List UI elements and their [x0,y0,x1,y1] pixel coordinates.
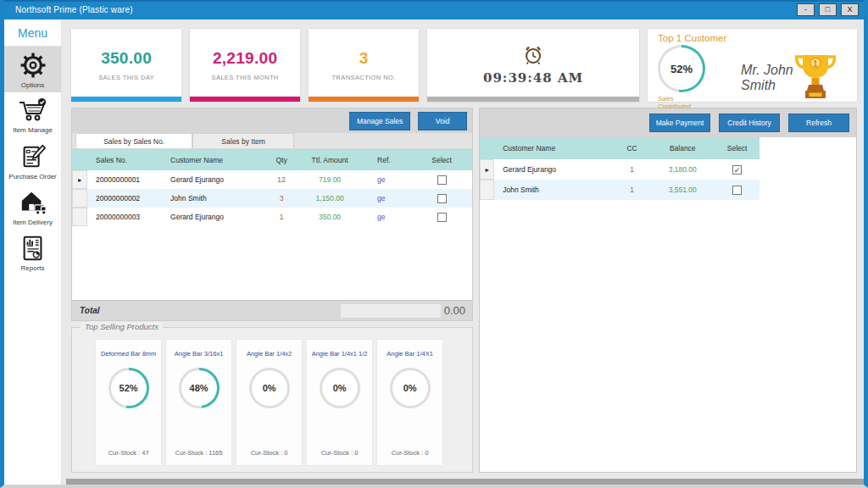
product-card: Angle Bar 1/4x2 0% Cur-Stock : 0 [236,340,302,465]
sales-row[interactable]: ► 20000000001 Gerard Ejurango 12 719.00 … [72,170,472,189]
sidebar-item-options[interactable]: Options [4,47,61,92]
row-selector[interactable] [72,189,87,208]
sidebar-item-label: Purchase Order [8,173,56,180]
sales-contributed-percent: 52% [660,47,703,90]
customer-panel: Make Payment Credit History Refresh Cust… [479,108,857,473]
row-selector[interactable]: ► [480,159,494,180]
row-selector[interactable] [480,180,494,200]
sidebar-item-label: Item Delivery [13,219,53,226]
cell-customer-name: Gerard Ejurango [494,165,614,174]
window-controls: - □ X [797,3,859,16]
customer-row[interactable]: ► Gerard Ejurango 1 3,180.00 ✓ [480,159,760,180]
product-stock: Cur-Stock : 0 [392,449,429,457]
gear-icon [19,51,47,80]
cell-ref-link[interactable]: ge [362,194,415,202]
product-percent: 0% [322,370,358,406]
maximize-button[interactable]: □ [819,3,837,16]
make-payment-button[interactable]: Make Payment [649,114,710,132]
alarm-clock-icon [523,45,543,69]
tab-sales-by-item[interactable]: Sales by Item [192,133,294,148]
cell-customer: Gerard Ejurango [165,213,265,221]
product-name: Angle Bar 1/4x2 [247,350,292,358]
product-percent: 48% [181,370,217,406]
cell-qty: 3 [265,194,298,202]
sales-day-value: 350.00 [101,49,152,68]
cell-balance: 3,180.00 [650,165,715,174]
row-checkbox[interactable] [732,186,742,195]
row-selector[interactable]: ► [72,170,87,189]
credit-history-button[interactable]: Credit History [719,114,780,132]
main-content: 350.00 SALES THIS DAY 2,219.00 SALES THI… [62,19,864,485]
product-name: Angle Bar 1/4x1 1/2 [312,350,368,358]
manage-sales-button[interactable]: Manage Sales [349,112,410,130]
customer-grid: Customer Name CC Balance Select ► Gerard… [480,137,760,200]
col-cc: CC [614,144,651,152]
cell-ref-link[interactable]: ge [362,175,415,184]
product-ring: 0% [249,368,290,408]
customer-grid-header: Customer Name CC Balance Select [480,137,760,159]
row-selector[interactable] [72,208,87,226]
menu-header: Menu [4,19,61,47]
total-bar: Total 0.00 [72,300,472,320]
cell-sales-no: 20000000001 [87,175,165,184]
minimize-button[interactable]: - [797,3,815,16]
tab-sales-by-sales-no[interactable]: Sales by Sales No. [75,133,192,148]
customer-row[interactable]: John Smith 1 3,551.00 [480,180,760,200]
stat-card-sales-day: 350.00 SALES THIS DAY [71,29,181,102]
sales-month-label: SALES THIS MONTH [211,74,278,81]
sales-month-value: 2,219.00 [213,49,277,68]
sidebar-item-label: Options [21,81,45,89]
top-customer-name: Mr. John Smith [741,63,794,93]
product-stock: Cur-Stock : 1165 [175,449,223,457]
sidebar-item-reports[interactable]: Reports [4,230,61,275]
col-select: Select [415,156,469,164]
col-qty: Qty [265,156,298,164]
sales-grid-header: Sales No. Customer Name Qty Ttl. Amount … [72,149,472,170]
top-selling-products-box: Top Selling Products Deformed Bar 8mm 52… [71,327,473,473]
sales-row[interactable]: 20000000002 John Smith 3 1,150.00 ge [72,189,472,208]
clock-card: 09:39:48 AM [427,29,639,102]
col-customer-name: Customer Name [494,144,614,152]
product-percent: 0% [252,370,287,406]
cell-ref-link[interactable]: ge [362,213,415,221]
accent-bar [190,97,300,102]
report-chart-icon [19,234,47,263]
product-name: Deformed Bar 8mm [101,350,156,358]
sidebar: Menu [4,19,62,485]
product-stock: Cur-Stock : 0 [321,449,359,457]
app-window: Northsoft Prime (Plastic ware) - □ X Men… [0,0,868,488]
cell-amount: 1,150.00 [298,194,362,202]
sales-contributed-ring: 52% [658,45,705,92]
cell-amount: 350.00 [298,213,362,221]
transactions-label: TRANSACTION NO. [332,74,396,81]
stat-card-transactions: 3 TRANSACTION NO. [309,29,419,102]
total-label: Total [80,306,100,315]
cell-customer-name: John Smith [494,186,614,194]
sidebar-item-item-delivery[interactable]: Item Delivery [4,184,61,230]
title-bar: Northsoft Prime (Plastic ware) - □ X [4,0,864,19]
sales-tabs: Sales by Sales No. Sales by Item [72,133,472,148]
sales-row[interactable]: 20000000003 Gerard Ejurango 1 350.00 ge [72,208,472,226]
refresh-button[interactable]: Refresh [788,114,849,132]
sales-grid: Sales No. Customer Name Qty Ttl. Amount … [72,148,472,300]
window-title: Northsoft Prime (Plastic ware) [15,5,133,14]
top-selling-legend: Top Selling Products [81,322,163,331]
row-checkbox[interactable] [437,175,447,185]
cell-qty: 1 [265,213,298,221]
col-select: Select [715,144,760,152]
accent-bar [71,97,181,102]
sidebar-item-item-manage[interactable]: Item Manage [4,92,61,138]
cell-balance: 3,551.00 [650,186,715,194]
cell-cc: 1 [614,186,651,194]
product-stock: Cur-Stock : 47 [108,449,149,457]
row-checkbox[interactable] [437,213,447,222]
close-button[interactable]: X [841,3,859,16]
sidebar-item-purchase-order[interactable]: Purchase Order [4,138,61,184]
sidebar-item-label: Reports [21,264,45,272]
row-checkbox[interactable] [437,194,447,203]
product-ring: 0% [320,368,360,408]
row-checkbox[interactable]: ✓ [732,165,742,175]
void-button[interactable]: Void [418,112,467,130]
cell-sales-no: 20000000003 [87,213,165,221]
cell-qty: 12 [265,175,298,184]
